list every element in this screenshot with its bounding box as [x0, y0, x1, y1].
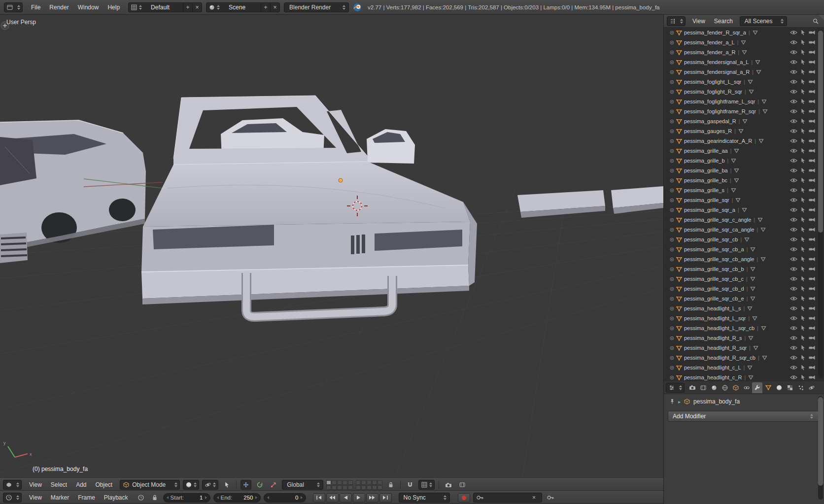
selectability-arrow-icon[interactable] [801, 148, 805, 154]
outliner-row[interactable]: pessima_grille_sqr_cb_d | [664, 284, 817, 294]
outliner-row[interactable]: pessima_grille_aa | [664, 146, 817, 156]
expand-icon[interactable] [670, 218, 674, 222]
selectability-arrow-icon[interactable] [801, 187, 805, 193]
expand-icon[interactable] [670, 119, 674, 124]
renderability-camera-icon[interactable] [809, 375, 815, 380]
menu-item[interactable]: File [27, 0, 45, 14]
tab-scene-icon[interactable] [709, 382, 719, 393]
pivot-point-dropdown[interactable] [202, 480, 218, 490]
tab-render-layers-icon[interactable] [698, 382, 708, 393]
object-name[interactable]: pessima_grille_aa [684, 148, 728, 154]
renderability-camera-icon[interactable] [809, 345, 815, 350]
expand-icon[interactable] [670, 60, 674, 65]
expand-icon[interactable] [670, 90, 674, 94]
expand-icon[interactable] [670, 237, 674, 242]
visibility-eye-icon[interactable] [790, 69, 797, 74]
object-name[interactable]: pessima_headlight_c_L [684, 365, 741, 370]
expand-icon[interactable] [670, 178, 674, 183]
object-name[interactable]: pessima_headlight_c_R [684, 374, 742, 380]
outliner-row[interactable]: pessima_grille_sqr_cb_a | [664, 244, 817, 254]
render-engine-dropdown[interactable]: Blender Render [284, 2, 349, 12]
selectability-arrow-icon[interactable] [801, 158, 805, 164]
selectability-arrow-icon[interactable] [801, 207, 805, 213]
opengl-render-anim-button[interactable] [457, 480, 468, 490]
menu-item[interactable]: Window [73, 0, 103, 14]
add-scene-button[interactable]: + [261, 3, 270, 12]
expand-icon[interactable] [670, 188, 674, 193]
expand-icon[interactable] [670, 247, 674, 252]
object-name[interactable]: pessima_fendersignal_a_R [684, 69, 750, 75]
tab-texture-icon[interactable] [785, 382, 795, 393]
increment-arrow-icon[interactable] [301, 496, 303, 499]
outliner-row[interactable]: pessima_foglightframe_R_sqr | [664, 106, 817, 116]
expand-icon[interactable] [670, 346, 674, 350]
expand-icon[interactable] [670, 267, 674, 271]
renderability-camera-icon[interactable] [809, 168, 815, 173]
menu-item[interactable]: Frame [73, 492, 100, 504]
selectability-arrow-icon[interactable] [801, 59, 805, 65]
viewport-shading-dropdown[interactable] [183, 480, 199, 490]
renderability-camera-icon[interactable] [809, 198, 815, 202]
renderability-camera-icon[interactable] [809, 286, 815, 291]
tab-material-icon[interactable] [774, 382, 784, 393]
outliner-row[interactable]: pessima_gaspedal_R | [664, 116, 817, 126]
selectability-arrow-icon[interactable] [801, 286, 805, 292]
menu-item[interactable]: Add [71, 479, 91, 491]
outliner-row[interactable]: pessima_fender_R_sqr_a | [664, 28, 817, 37]
visibility-eye-icon[interactable] [790, 355, 797, 360]
sync-mode-dropdown[interactable]: No Sync [399, 493, 450, 503]
visibility-eye-icon[interactable] [790, 119, 797, 124]
keyframe-insert-button[interactable] [545, 493, 556, 503]
outliner-row[interactable]: pessima_grille_sqr | [664, 195, 817, 205]
expand-icon[interactable] [670, 198, 674, 202]
properties-scrollbar[interactable] [818, 396, 823, 500]
play-button[interactable] [353, 493, 365, 503]
menu-item[interactable]: View [688, 15, 710, 27]
object-name[interactable]: pessima_headlight_L_sqr [684, 315, 746, 321]
outliner-row[interactable]: pessima_fender_a_L | [664, 37, 817, 47]
visibility-eye-icon[interactable] [790, 89, 797, 94]
play-reverse-button[interactable] [340, 493, 352, 503]
end-frame-field[interactable]: End: 250 [213, 493, 261, 503]
renderability-camera-icon[interactable] [809, 316, 815, 321]
renderability-camera-icon[interactable] [809, 306, 815, 311]
renderability-camera-icon[interactable] [809, 267, 815, 271]
renderability-camera-icon[interactable] [809, 276, 815, 281]
visibility-eye-icon[interactable] [790, 375, 797, 380]
expand-icon[interactable] [670, 139, 674, 143]
close-scene-button[interactable]: × [270, 3, 279, 12]
pin-icon[interactable] [670, 399, 675, 404]
scene-browse-icon[interactable] [206, 3, 224, 12]
object-name[interactable]: pessima_headlight_L_sqr_cb [684, 325, 755, 331]
opengl-render-button[interactable] [443, 480, 454, 490]
visibility-eye-icon[interactable] [790, 286, 797, 291]
tab-world-icon[interactable] [720, 382, 730, 393]
object-name[interactable]: pessima_headlight_L_s [684, 305, 741, 311]
outliner-row[interactable]: pessima_grille_sqr_cb_c | [664, 274, 817, 284]
visibility-eye-icon[interactable] [790, 296, 797, 301]
selectability-arrow-icon[interactable] [801, 49, 805, 55]
editor-type-selector[interactable] [3, 480, 22, 490]
manipulator-toggle[interactable] [240, 480, 251, 490]
outliner-row[interactable]: pessima_headlight_c_L | [664, 363, 817, 372]
object-name[interactable]: pessima_gearindicator_A_R [684, 138, 752, 144]
expand-icon[interactable] [670, 208, 674, 212]
jump-to-start-button[interactable] [313, 493, 325, 503]
outliner-row[interactable]: pessima_grille_s | [664, 185, 817, 195]
menu-item[interactable]: Search [710, 15, 737, 27]
renderability-camera-icon[interactable] [809, 207, 815, 212]
decrement-arrow-icon[interactable] [217, 496, 219, 499]
visibility-eye-icon[interactable] [790, 217, 797, 222]
selectability-arrow-icon[interactable] [801, 256, 805, 262]
expand-icon[interactable] [670, 316, 674, 321]
expand-icon[interactable] [670, 159, 674, 163]
selectability-arrow-icon[interactable] [801, 315, 805, 321]
renderability-camera-icon[interactable] [809, 109, 815, 114]
visibility-eye-icon[interactable] [790, 178, 797, 183]
object-name[interactable]: pessima_grille_bc [684, 177, 727, 183]
menu-item[interactable]: Help [103, 0, 124, 14]
expand-icon[interactable] [670, 277, 674, 281]
renderability-camera-icon[interactable] [809, 148, 815, 153]
renderability-camera-icon[interactable] [809, 69, 815, 74]
object-name[interactable]: pessima_grille_sqr_cb_b [684, 266, 744, 272]
